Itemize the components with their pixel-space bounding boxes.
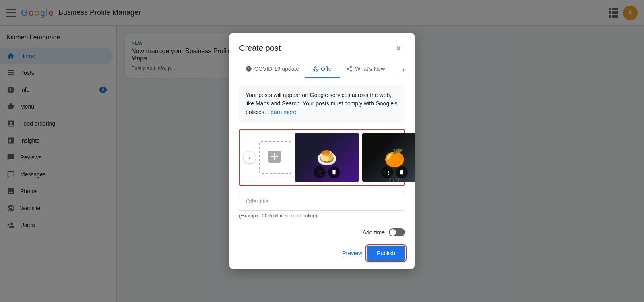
add-time-row: Add time xyxy=(229,225,415,241)
image-thumbnail-2[interactable]: 🍊 xyxy=(362,133,415,182)
covid-icon xyxy=(246,66,252,72)
image-1-actions xyxy=(314,166,340,178)
modal-header: Create post × xyxy=(229,33,415,61)
image-upload-section: ‹ 🍮 🍊 xyxy=(239,129,405,186)
info-box: Your posts will appear on Google service… xyxy=(239,85,405,123)
image-carousel: ‹ 🍮 🍊 xyxy=(243,133,401,182)
tab-covid[interactable]: COVID-19 update xyxy=(239,61,305,78)
modal-overlay[interactable]: Create post × COVID-19 update Offer What… xyxy=(0,0,644,302)
delete-icon-2 xyxy=(399,170,405,175)
delete-icon xyxy=(331,170,337,175)
image-2-actions xyxy=(381,166,408,178)
tab-offer[interactable]: Offer xyxy=(305,61,340,78)
offer-icon xyxy=(312,66,318,72)
delete-button-1[interactable] xyxy=(328,166,340,178)
learn-more-link[interactable]: Learn more xyxy=(267,109,296,115)
image-counter: 2 / 10 xyxy=(389,178,401,183)
add-photo-icon xyxy=(266,149,283,165)
crop-icon-2 xyxy=(384,170,390,175)
crop-icon xyxy=(317,170,322,175)
publish-button[interactable]: Publish xyxy=(367,246,405,261)
delete-button-2[interactable] xyxy=(396,166,408,178)
crop-button-2[interactable] xyxy=(381,166,393,178)
modal-title: Create post xyxy=(239,43,281,53)
offer-title-hint: (Example: 20% off in store or online) xyxy=(239,213,405,219)
close-button[interactable]: × xyxy=(392,41,405,54)
tabs-bar: COVID-19 update Offer What's New › xyxy=(229,61,415,78)
tab-whats-new[interactable]: What's New xyxy=(340,61,391,78)
tab-more-button[interactable]: › xyxy=(402,65,405,74)
create-post-modal: Create post × COVID-19 update Offer What… xyxy=(229,33,415,269)
toggle-thumb xyxy=(390,229,396,236)
add-time-toggle[interactable] xyxy=(389,228,405,236)
offer-title-input[interactable] xyxy=(239,192,405,211)
offer-form: (Example: 20% off in store or online) xyxy=(229,186,415,225)
image-add-placeholder[interactable] xyxy=(259,141,291,174)
add-time-label: Add time xyxy=(363,229,385,236)
carousel-prev-button[interactable]: ‹ xyxy=(243,151,256,164)
modal-footer: Preview Publish xyxy=(229,241,415,269)
whats-new-icon xyxy=(346,66,353,72)
crop-button-1[interactable] xyxy=(314,166,326,178)
image-thumbnail-1[interactable]: 🍮 xyxy=(295,133,359,182)
preview-button[interactable]: Preview xyxy=(342,250,362,256)
